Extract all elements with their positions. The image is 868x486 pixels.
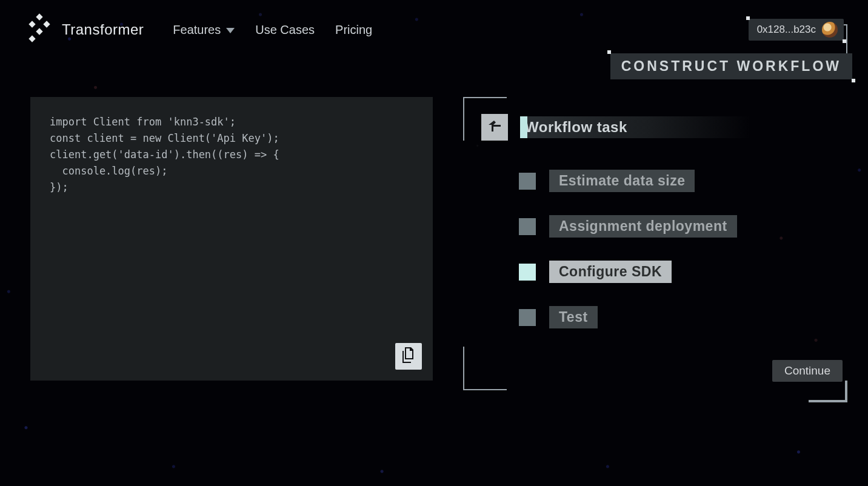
code-line: client.get('data-id').then((res) => { bbox=[50, 147, 413, 163]
task-assignment-deployment[interactable]: Assignment deployment bbox=[519, 215, 737, 238]
task-test[interactable]: Test bbox=[519, 306, 737, 328]
workflow-panel: Workflow task Estimate data size Assignm… bbox=[463, 97, 834, 390]
code-line: console.log(res); bbox=[50, 163, 413, 179]
task-label: Estimate data size bbox=[549, 170, 695, 192]
continue-button[interactable]: Continue bbox=[772, 360, 843, 382]
nav-features[interactable]: Features bbox=[173, 23, 235, 37]
construct-workflow-banner[interactable]: CONSTRUCT WORKFLOW bbox=[610, 53, 852, 79]
nav-features-label: Features bbox=[173, 23, 221, 37]
task-status-indicator bbox=[519, 218, 536, 235]
frame-corner bbox=[463, 347, 507, 390]
task-estimate-data-size[interactable]: Estimate data size bbox=[519, 170, 737, 192]
corner-decoration bbox=[843, 39, 846, 43]
code-panel: import Client from 'knn3-sdk'; const cli… bbox=[30, 97, 433, 381]
nav-links: Features Use Cases Pricing bbox=[173, 23, 372, 37]
task-status-indicator bbox=[519, 173, 536, 190]
nav-pricing[interactable]: Pricing bbox=[335, 23, 372, 37]
copy-code-button[interactable] bbox=[395, 343, 422, 370]
corner-decoration bbox=[746, 16, 750, 20]
nav-pricing-label: Pricing bbox=[335, 23, 372, 37]
corner-decoration bbox=[607, 50, 611, 54]
brand-logo[interactable]: Transformer bbox=[24, 13, 144, 46]
svg-rect-4 bbox=[28, 35, 35, 42]
top-nav: Transformer Features Use Cases Pricing 0… bbox=[0, 0, 868, 46]
corner-decoration bbox=[852, 79, 855, 82]
avatar-icon bbox=[822, 22, 838, 38]
copy-icon bbox=[401, 347, 416, 365]
chevron-down-icon bbox=[226, 28, 235, 33]
workflow-title: Workflow task bbox=[524, 119, 627, 136]
code-line: import Client from 'knn3-sdk'; bbox=[50, 114, 413, 130]
svg-rect-1 bbox=[28, 21, 35, 27]
main-content: import Client from 'knn3-sdk'; const cli… bbox=[30, 97, 834, 401]
logo-icon bbox=[24, 13, 55, 46]
code-line: }); bbox=[50, 179, 413, 196]
back-button[interactable] bbox=[481, 114, 508, 141]
back-arrow-icon bbox=[487, 119, 502, 135]
task-status-indicator bbox=[519, 309, 536, 326]
task-label: Test bbox=[549, 306, 598, 328]
task-label: Configure SDK bbox=[549, 261, 672, 283]
task-status-indicator bbox=[519, 264, 536, 281]
svg-rect-0 bbox=[36, 13, 42, 20]
continue-label: Continue bbox=[784, 364, 830, 377]
workflow-task-list: Estimate data size Assignment deployment… bbox=[519, 170, 737, 328]
wallet-button[interactable]: 0x128...b23c bbox=[749, 19, 844, 41]
task-configure-sdk[interactable]: Configure SDK bbox=[519, 261, 737, 283]
title-accent bbox=[520, 116, 527, 138]
code-line: const client = new Client('Api Key'); bbox=[50, 130, 413, 147]
svg-rect-3 bbox=[36, 28, 42, 35]
task-label: Assignment deployment bbox=[549, 215, 737, 238]
frame-corner bbox=[809, 381, 847, 402]
workflow-title-wrap: Workflow task bbox=[520, 116, 750, 138]
svg-rect-2 bbox=[43, 21, 50, 27]
wallet-address: 0x128...b23c bbox=[757, 24, 816, 36]
construct-workflow-label: CONSTRUCT WORKFLOW bbox=[621, 58, 841, 75]
nav-use-cases[interactable]: Use Cases bbox=[255, 23, 315, 37]
brand-name: Transformer bbox=[62, 21, 144, 38]
nav-use-cases-label: Use Cases bbox=[255, 23, 315, 37]
workflow-header: Workflow task bbox=[481, 114, 750, 141]
